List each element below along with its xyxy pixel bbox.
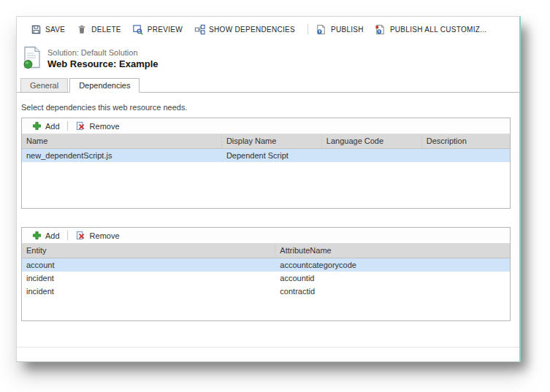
toolbar-separator (67, 121, 68, 131)
dependencies-grid-toolbar: Add Remove (22, 118, 510, 134)
table-row[interactable]: accountaccountcategorycode (22, 258, 510, 272)
column-header[interactable]: Description (422, 134, 510, 148)
show-dependencies-icon (194, 23, 205, 35)
add-dependency-button[interactable]: Add (26, 120, 64, 132)
grid-cell: incident (22, 272, 275, 285)
column-header[interactable]: Entity (22, 244, 275, 258)
grid-cell: Dependent Script (222, 149, 322, 162)
save-label: SAVE (45, 26, 65, 34)
command-bar: SAVE DELETE PREVIEW SHOW DEPENDENCIES P (17, 17, 519, 42)
grid-cell: incident (22, 285, 275, 298)
grid-cell: accountid (275, 272, 510, 285)
add-icon (31, 120, 42, 132)
dependencies-tab-panel: Select dependencies this web resource ne… (17, 93, 519, 347)
preview-label: PREVIEW (148, 26, 183, 34)
column-header[interactable]: Display Name (222, 134, 322, 148)
preview-icon (132, 23, 144, 35)
show-dependencies-button[interactable]: SHOW DEPENDENCIES (194, 23, 295, 35)
grid-cell (422, 149, 510, 162)
add-label: Add (45, 231, 60, 240)
grid-cell: accountcategorycode (275, 258, 510, 272)
tab-general[interactable]: General (20, 78, 68, 92)
grid-header-row: NameDisplay NameLanguage CodeDescription (22, 134, 510, 149)
remove-icon (75, 120, 87, 132)
delete-label: DELETE (91, 26, 121, 34)
dependencies-grid: Add Remove NameDisplay NameLanguage Code… (21, 118, 511, 209)
breadcrumb-solution: Solution: Default Solution (47, 47, 158, 58)
grid-body: new_dependentScript.jsDependent Script (22, 149, 510, 162)
grid-cell: contractid (275, 285, 510, 298)
publish-all-button[interactable]: PUBLISH ALL CUSTOMIZ... (375, 23, 487, 35)
add-attribute-button[interactable]: Add (26, 230, 64, 242)
tab-dependencies[interactable]: Dependencies (69, 78, 140, 93)
remove-dependency-button[interactable]: Remove (71, 120, 124, 132)
command-bar-separator (308, 24, 308, 34)
show-dependencies-label: SHOW DEPENDENCIES (209, 26, 295, 34)
column-header[interactable]: AttributeName (275, 244, 510, 258)
attributes-grid-toolbar: Add Remove (22, 228, 510, 244)
page-title: Web Resource: Example (47, 58, 158, 70)
save-button[interactable]: SAVE (30, 23, 65, 35)
toolbar-separator (67, 231, 68, 240)
table-row[interactable]: new_dependentScript.jsDependent Script (22, 149, 510, 162)
grid-cell: new_dependentScript.js (22, 149, 222, 162)
publish-icon (316, 23, 327, 35)
web-resource-icon (23, 46, 42, 69)
publish-label: PUBLISH (331, 26, 364, 34)
delete-icon (76, 23, 88, 35)
table-row[interactable]: incidentcontractid (22, 285, 510, 298)
publish-button[interactable]: PUBLISH (316, 23, 364, 35)
add-icon (31, 230, 42, 242)
delete-button[interactable]: DELETE (76, 23, 121, 35)
publish-all-label: PUBLISH ALL CUSTOMIZ... (390, 26, 487, 34)
column-header[interactable]: Language Code (322, 134, 422, 148)
grid-cell (322, 149, 422, 162)
grid-header-row: EntityAttributeName (22, 244, 510, 258)
table-row[interactable]: incidentaccountid (22, 272, 510, 285)
remove-icon (75, 230, 87, 242)
remove-label: Remove (90, 122, 120, 131)
preview-button[interactable]: PREVIEW (132, 23, 183, 35)
remove-attribute-button[interactable]: Remove (71, 230, 124, 242)
remove-label: Remove (90, 231, 120, 240)
instruction-text: Select dependencies this web resource ne… (21, 103, 511, 112)
title-row: Solution: Default Solution Web Resource:… (17, 42, 519, 75)
grid-body: accountaccountcategorycodeincidentaccoun… (22, 258, 510, 298)
save-icon (30, 23, 42, 35)
add-label: Add (45, 122, 60, 131)
grid-cell: account (22, 258, 275, 272)
tab-strip: General Dependencies (17, 75, 519, 93)
web-resource-window: SAVE DELETE PREVIEW SHOW DEPENDENCIES P (16, 16, 521, 362)
publish-all-icon (375, 23, 386, 35)
attributes-grid: Add Remove EntityAttributeName accountac… (21, 227, 511, 321)
column-header[interactable]: Name (22, 134, 222, 148)
